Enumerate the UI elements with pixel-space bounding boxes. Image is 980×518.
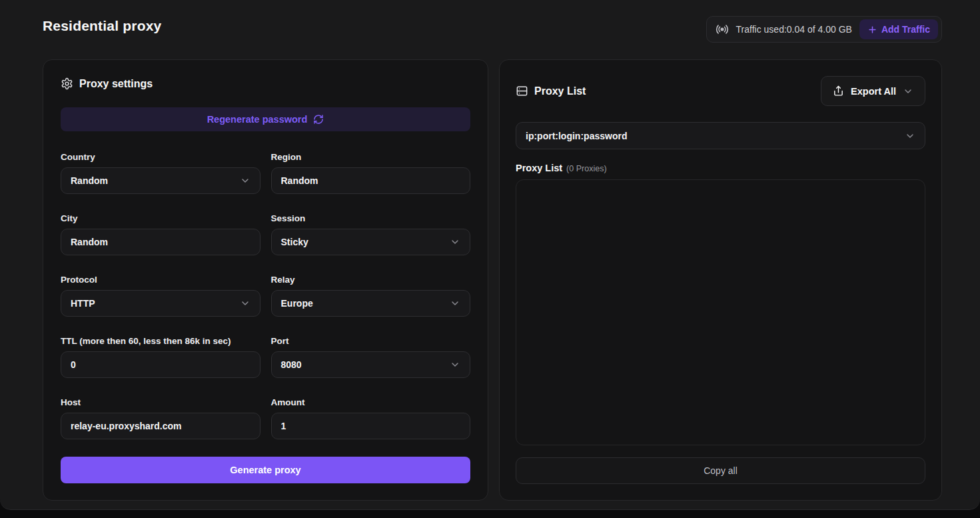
refresh-icon bbox=[313, 114, 324, 125]
content-panels: Proxy settings Regenerate password Count… bbox=[43, 59, 942, 501]
traffic-used-text: Traffic used:0.04 of 4.00 GB bbox=[736, 24, 852, 35]
proxy-settings-panel: Proxy settings Regenerate password Count… bbox=[43, 59, 488, 501]
city-field-group: City bbox=[61, 213, 260, 255]
region-input[interactable] bbox=[271, 167, 471, 194]
proxy-format-select[interactable]: ip:port:login:password bbox=[516, 122, 925, 149]
proxy-settings-header: Proxy settings bbox=[61, 77, 470, 90]
country-field-group: Country Random bbox=[61, 152, 260, 194]
plus-icon bbox=[867, 25, 877, 35]
radio-signal-icon bbox=[716, 23, 729, 36]
chevron-down-icon bbox=[903, 86, 913, 97]
proxy-list-title: Proxy List bbox=[534, 85, 586, 97]
protocol-select[interactable]: HTTP bbox=[61, 290, 260, 317]
relay-select[interactable]: Europe bbox=[271, 290, 471, 317]
chevron-down-icon bbox=[240, 298, 250, 309]
page-title: Residential proxy bbox=[43, 18, 161, 34]
add-traffic-button[interactable]: Add Traffic bbox=[859, 19, 938, 39]
chevron-down-icon bbox=[905, 131, 915, 141]
export-upload-icon bbox=[833, 85, 844, 97]
relay-value: Europe bbox=[281, 298, 450, 309]
ttl-input[interactable] bbox=[61, 351, 260, 378]
country-select[interactable]: Random bbox=[61, 167, 260, 194]
region-field-group: Region bbox=[271, 152, 471, 194]
protocol-field-group: Protocol HTTP bbox=[61, 275, 260, 317]
host-label: Host bbox=[61, 397, 260, 407]
chevron-down-icon bbox=[450, 359, 460, 370]
session-select[interactable]: Sticky bbox=[271, 229, 471, 255]
gear-icon bbox=[61, 77, 73, 90]
region-label: Region bbox=[271, 152, 471, 162]
amount-input[interactable] bbox=[271, 413, 471, 439]
proxy-list-caption-title: Proxy List bbox=[516, 163, 562, 173]
export-all-button[interactable]: Export All bbox=[821, 76, 925, 106]
proxy-format-value: ip:port:login:password bbox=[526, 131, 905, 141]
settings-form: Country Random Region City bbox=[61, 152, 470, 439]
copy-all-button[interactable]: Copy all bbox=[516, 457, 925, 484]
proxy-list-count: (0 Proxies) bbox=[566, 164, 606, 173]
ttl-field-group: TTL (more then 60, less then 86k in sec) bbox=[61, 336, 260, 378]
generate-proxy-button[interactable]: Generate proxy bbox=[61, 457, 470, 483]
amount-label: Amount bbox=[271, 397, 471, 407]
app-window: Residential proxy Traffic used:0.04 of 4… bbox=[0, 0, 980, 510]
port-value: 8080 bbox=[281, 359, 450, 370]
relay-label: Relay bbox=[271, 275, 471, 285]
chevron-down-icon bbox=[450, 237, 460, 247]
protocol-label: Protocol bbox=[61, 275, 260, 285]
ttl-label: TTL (more then 60, less then 86k in sec) bbox=[61, 336, 260, 346]
relay-field-group: Relay Europe bbox=[271, 275, 471, 317]
proxy-list-title-group: Proxy List bbox=[516, 85, 586, 97]
city-label: City bbox=[61, 213, 260, 223]
proxy-list-caption: Proxy List (0 Proxies) bbox=[516, 163, 925, 173]
session-value: Sticky bbox=[281, 237, 450, 247]
proxy-settings-title: Proxy settings bbox=[79, 78, 153, 90]
session-label: Session bbox=[271, 213, 471, 223]
export-all-label: Export All bbox=[851, 86, 896, 97]
regenerate-password-label: Regenerate password bbox=[207, 114, 308, 125]
proxy-list-panel: Proxy List Export All ip:port:login:pass… bbox=[499, 59, 942, 501]
country-value: Random bbox=[71, 175, 240, 186]
host-input[interactable] bbox=[61, 413, 260, 439]
regenerate-password-button[interactable]: Regenerate password bbox=[61, 107, 470, 131]
session-field-group: Session Sticky bbox=[271, 213, 471, 255]
port-select[interactable]: 8080 bbox=[271, 351, 471, 378]
proxy-list-empty-area bbox=[516, 179, 925, 445]
chevron-down-icon bbox=[450, 298, 460, 309]
amount-field-group: Amount bbox=[271, 397, 471, 439]
chevron-down-icon bbox=[240, 175, 250, 186]
server-list-icon bbox=[516, 85, 528, 97]
protocol-value: HTTP bbox=[71, 298, 240, 309]
city-input[interactable] bbox=[61, 229, 260, 255]
traffic-widget: Traffic used:0.04 of 4.00 GB Add Traffic bbox=[706, 16, 942, 43]
host-field-group: Host bbox=[61, 397, 260, 439]
add-traffic-label: Add Traffic bbox=[881, 24, 930, 35]
country-label: Country bbox=[61, 152, 260, 162]
port-label: Port bbox=[271, 336, 471, 346]
port-field-group: Port 8080 bbox=[271, 336, 471, 378]
proxy-list-header: Proxy List Export All bbox=[516, 76, 925, 106]
